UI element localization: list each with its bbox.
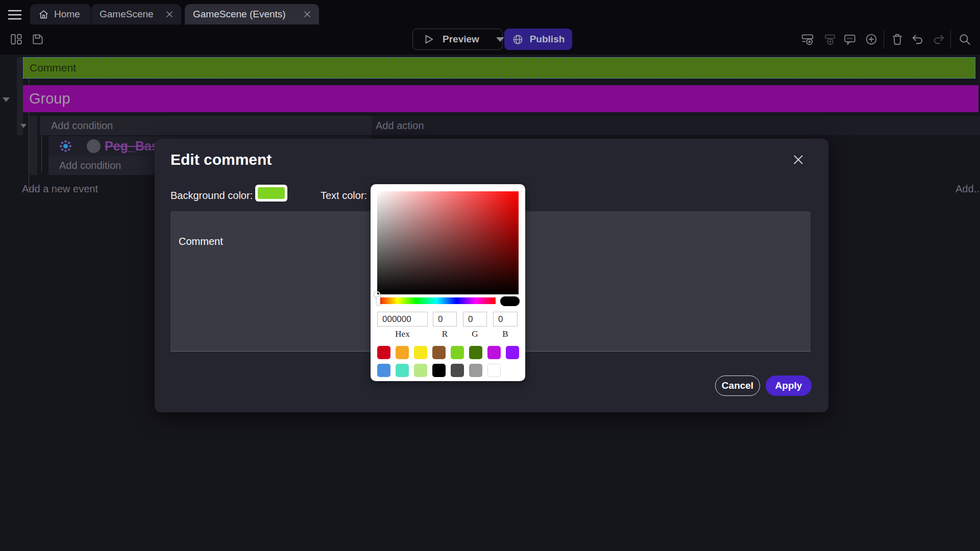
add-action-link[interactable]: Add action xyxy=(376,120,424,132)
undo-icon xyxy=(911,33,924,46)
preset-color-swatch[interactable] xyxy=(396,346,409,359)
preset-color-swatch[interactable] xyxy=(469,346,482,359)
redo-button[interactable] xyxy=(932,33,945,46)
layout-panel-icon xyxy=(10,33,23,46)
preset-color-swatch[interactable] xyxy=(432,364,446,377)
add-event-button[interactable] xyxy=(801,33,814,46)
add-condition-link[interactable]: Add condition xyxy=(59,160,121,171)
preset-color-swatch[interactable] xyxy=(377,346,390,359)
background-color-swatch[interactable] xyxy=(255,185,287,202)
tab-label: Home xyxy=(54,9,80,20)
preview-button[interactable]: Preview xyxy=(412,29,503,50)
tab-label: GameScene (Events) xyxy=(193,9,286,20)
background-color-swatch-fill xyxy=(258,187,285,199)
blue-input-label: B xyxy=(493,329,518,339)
behavior-icon xyxy=(59,140,72,153)
current-color-preview xyxy=(500,296,520,306)
toolbar-divider xyxy=(950,30,951,48)
delete-button[interactable] xyxy=(891,33,904,46)
close-icon xyxy=(792,153,805,166)
tab-label: GameScene xyxy=(100,9,154,20)
add-event-icon xyxy=(801,33,814,46)
preset-colors xyxy=(377,346,524,377)
hue-slider[interactable] xyxy=(377,297,496,304)
comment-event[interactable]: Comment xyxy=(23,57,975,79)
hex-input-label: Hex xyxy=(377,329,428,339)
background-color-label: Background color: xyxy=(170,190,253,202)
object-thumbnail xyxy=(87,139,101,153)
green-input[interactable] xyxy=(463,312,487,327)
apply-label: Apply xyxy=(775,380,802,391)
text-color-label: Text color: xyxy=(321,190,367,202)
preset-color-swatch[interactable] xyxy=(487,346,501,359)
saturation-area[interactable] xyxy=(377,191,519,294)
hamburger-icon xyxy=(7,8,22,21)
add-subevent-icon xyxy=(823,33,836,46)
blue-input[interactable] xyxy=(493,312,518,327)
tab-close-button[interactable] xyxy=(304,11,311,18)
save-icon xyxy=(31,33,44,46)
top-bar: Home GameScene GameScene (Events) xyxy=(0,0,980,55)
preset-color-swatch[interactable] xyxy=(396,364,409,377)
preset-color-swatch[interactable] xyxy=(377,364,390,377)
group-event[interactable]: Group xyxy=(23,85,978,112)
add-subevent-button[interactable] xyxy=(823,33,836,46)
preset-color-swatch[interactable] xyxy=(451,364,464,377)
undo-button[interactable] xyxy=(911,33,924,46)
collapse-event-chevron[interactable] xyxy=(20,124,27,128)
group-event-text: Group xyxy=(29,90,70,107)
play-icon xyxy=(423,34,434,45)
trash-icon xyxy=(891,33,904,46)
publish-button[interactable]: Publish xyxy=(504,29,572,50)
hex-input[interactable] xyxy=(377,312,428,327)
toggle-panel-button[interactable] xyxy=(10,33,23,46)
red-input-label: R xyxy=(433,329,457,339)
preview-dropdown-caret[interactable] xyxy=(496,37,504,42)
search-icon xyxy=(958,33,971,46)
preset-color-swatch[interactable] xyxy=(432,346,446,359)
comment-event-text: Comment xyxy=(30,62,76,74)
cancel-button[interactable]: Cancel xyxy=(715,375,760,396)
add-comment-button[interactable] xyxy=(843,33,856,46)
dialog-close-button[interactable] xyxy=(792,153,807,168)
preview-label: Preview xyxy=(443,34,479,45)
preset-color-swatch[interactable] xyxy=(414,346,427,359)
green-input-label: G xyxy=(463,329,487,339)
home-icon xyxy=(38,9,49,20)
add-new-event-link[interactable]: Add a new event xyxy=(22,183,98,195)
redo-icon xyxy=(932,33,945,46)
apply-button[interactable]: Apply xyxy=(766,375,812,396)
preset-color-swatch[interactable] xyxy=(469,364,482,377)
publish-label: Publish xyxy=(530,34,565,45)
gdevelop-window: Home GameScene GameScene (Events) xyxy=(0,0,980,551)
plus-circle-icon xyxy=(865,33,878,46)
tab-close-button[interactable] xyxy=(166,11,173,18)
conditions-column[interactable]: Add condition xyxy=(40,116,372,135)
actions-column[interactable]: Add action xyxy=(372,116,980,135)
tab-home[interactable]: Home xyxy=(30,4,91,24)
collapse-group-chevron[interactable] xyxy=(3,97,10,102)
preset-color-swatch[interactable] xyxy=(487,364,501,377)
color-picker-popover: Hex R G B xyxy=(371,184,525,381)
cancel-label: Cancel xyxy=(722,380,753,391)
add-other-button[interactable] xyxy=(865,33,878,46)
toolbar-divider xyxy=(884,30,884,48)
add-comment-icon xyxy=(843,33,856,46)
hue-slider-handle[interactable] xyxy=(377,296,380,305)
preset-color-swatch[interactable] xyxy=(451,346,464,359)
search-button[interactable] xyxy=(958,33,971,46)
preset-color-swatch[interactable] xyxy=(414,364,427,377)
red-input[interactable] xyxy=(433,312,457,327)
main-menu-button[interactable] xyxy=(7,8,22,21)
event-drag-handle[interactable] xyxy=(30,116,37,175)
tree-line xyxy=(41,136,42,172)
tab-gamescene[interactable]: GameScene xyxy=(91,4,181,24)
preset-color-swatch[interactable] xyxy=(506,346,519,359)
tab-gamescene-events[interactable]: GameScene (Events) xyxy=(185,4,319,24)
add-more-link[interactable]: Add... xyxy=(955,183,980,195)
globe-icon xyxy=(512,34,524,45)
save-button[interactable] xyxy=(31,33,44,46)
add-condition-link[interactable]: Add condition xyxy=(51,120,113,132)
dialog-title: Edit comment xyxy=(170,151,272,168)
